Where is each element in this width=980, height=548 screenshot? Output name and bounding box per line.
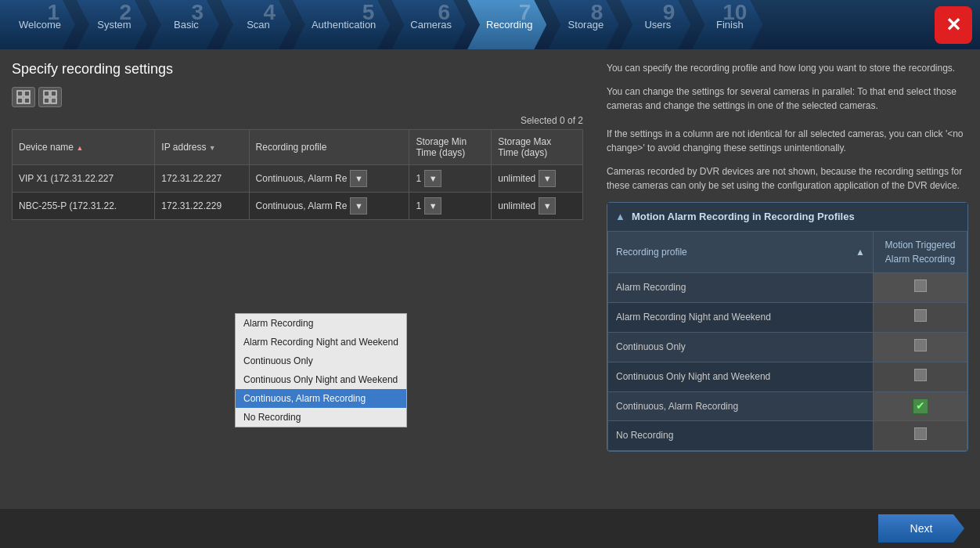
- svg-rect-4: [44, 91, 49, 96]
- motion-alarm-header[interactable]: ▲ Motion Alarm Recording in Recording Pr…: [607, 203, 967, 231]
- motion-col-triggered: Motion TriggeredAlarm Recording: [874, 231, 967, 272]
- nav-item-system[interactable]: 2 System: [77, 0, 147, 49]
- motion-profile-continuous-alarm: Continuous, Alarm Recording: [608, 391, 874, 420]
- next-button[interactable]: Next: [878, 514, 964, 543]
- motion-col-profile[interactable]: Recording profile ▲: [608, 231, 874, 272]
- col-recording-profile[interactable]: Recording profile: [249, 130, 409, 165]
- cell-storage-max: unlimited ▼: [492, 193, 583, 220]
- help-para2: You can change the settings for several …: [607, 85, 968, 155]
- col-storage-min[interactable]: Storage MinTime (days): [409, 130, 492, 165]
- select-all-button[interactable]: [12, 87, 35, 107]
- motion-profile-continuous: Continuous Only: [608, 332, 874, 362]
- selected-count: Selected 0 of 2: [12, 115, 583, 126]
- table-wrapper: Device name IP address Recording profile…: [12, 129, 583, 497]
- page-title: Specify recording settings: [12, 61, 583, 78]
- svg-rect-7: [51, 98, 56, 103]
- dropdown-item-alarm-recording[interactable]: Alarm Recording: [236, 314, 406, 333]
- help-para3: Cameras recorded by DVR devices are not …: [607, 164, 968, 193]
- nav-item-finish[interactable]: 10 Finish: [692, 0, 762, 49]
- motion-profile-alarm: Alarm Recording: [608, 272, 874, 302]
- storage-min-btn-1[interactable]: ▼: [424, 170, 441, 187]
- motion-profile-no-recording: No Recording: [608, 420, 874, 450]
- checkbox-unchecked: [914, 369, 927, 381]
- list-item: Alarm Recording Night and Weekend: [608, 302, 967, 332]
- checkbox-unchecked: [914, 279, 927, 292]
- svg-rect-2: [17, 98, 23, 103]
- checkbox-checked: ✔: [913, 398, 928, 414]
- nav-item-cameras[interactable]: 6 Cameras: [391, 0, 466, 49]
- dropdown-item-continuous-only[interactable]: Continuous Only: [236, 352, 406, 370]
- cell-recording-profile: Continuous, Alarm Re ▼: [249, 193, 409, 220]
- sort-icon-device: [76, 142, 83, 153]
- list-item: Alarm Recording: [608, 272, 967, 302]
- motion-profile-continuous-night: Continuous Only Night and Weekend: [608, 362, 874, 391]
- help-para1: You can specify the recording profile an…: [607, 61, 968, 75]
- motion-check-no-recording: [874, 420, 967, 450]
- list-item: No Recording: [608, 420, 967, 450]
- motion-check-continuous-alarm[interactable]: ✔: [874, 391, 967, 420]
- svg-rect-0: [17, 91, 23, 96]
- recordings-table: Device name IP address Recording profile…: [12, 129, 583, 220]
- svg-rect-5: [51, 91, 56, 96]
- table-row: NBC-255-P (172.31.22. 172.31.22.229 Cont…: [13, 193, 583, 220]
- top-navigation: 1 Welcome 2 System 3 Basic 4 Scan 5 Auth…: [0, 0, 980, 49]
- recording-profile-dropdown: Alarm Recording Alarm Recording Night an…: [235, 313, 407, 427]
- col-device-name[interactable]: Device name: [13, 130, 155, 165]
- list-item: Continuous Only Night and Weekend: [608, 362, 967, 391]
- close-button[interactable]: ✕: [935, 6, 972, 44]
- motion-check-alarm[interactable]: [874, 272, 967, 302]
- sort-icon-ip: [209, 142, 216, 153]
- nav-item-scan[interactable]: 4 Scan: [221, 0, 291, 49]
- left-panel: Specify recording settings Selec: [0, 49, 595, 509]
- motion-alarm-table: Recording profile ▲ Motion TriggeredAlar…: [607, 231, 967, 451]
- list-item: Continuous Only: [608, 332, 967, 362]
- collapse-icon: ▲: [615, 209, 625, 225]
- list-item: Continuous, Alarm Recording ✔: [608, 391, 967, 420]
- motion-alarm-section: ▲ Motion Alarm Recording in Recording Pr…: [607, 202, 968, 452]
- checkbox-unchecked: [914, 339, 927, 352]
- deselect-all-icon: [43, 90, 57, 104]
- cell-device-name: VIP X1 (172.31.22.227: [13, 165, 155, 193]
- nav-item-basic[interactable]: 3 Basic: [149, 0, 219, 49]
- motion-profile-alarm-night: Alarm Recording Night and Weekend: [608, 302, 874, 332]
- col-ip-address[interactable]: IP address: [155, 130, 249, 165]
- nav-item-welcome[interactable]: 1 Welcome: [0, 0, 75, 49]
- cell-storage-min: 1 ▼: [409, 165, 492, 193]
- motion-check-continuous: [874, 332, 967, 362]
- dropdown-item-alarm-night[interactable]: Alarm Recording Night and Weekend: [236, 333, 406, 352]
- svg-rect-3: [24, 98, 30, 103]
- cell-recording-profile: Continuous, Alarm Re ▼: [249, 165, 409, 193]
- dropdown-item-continuous-alarm[interactable]: Continuous, Alarm Recording: [236, 389, 406, 408]
- motion-check-continuous-night: [874, 362, 967, 391]
- sort-icon-profile: ▲: [856, 245, 865, 259]
- dropdown-item-continuous-night[interactable]: Continuous Only Night and Weekend: [236, 370, 406, 389]
- motion-check-alarm-night[interactable]: [874, 302, 967, 332]
- cell-storage-max: unlimited ▼: [492, 165, 583, 193]
- storage-max-btn-1[interactable]: ▼: [539, 170, 556, 187]
- svg-rect-1: [24, 91, 30, 96]
- table-row: VIP X1 (172.31.22.227 172.31.22.227 Cont…: [13, 165, 583, 193]
- profile-dropdown-btn-2[interactable]: ▼: [350, 197, 367, 215]
- cell-storage-min: 1 ▼: [409, 193, 492, 220]
- deselect-all-button[interactable]: [38, 87, 62, 107]
- nav-item-storage[interactable]: 8 Storage: [548, 0, 618, 49]
- col-storage-max[interactable]: Storage MaxTime (days): [492, 130, 583, 165]
- bottom-bar: Next: [0, 509, 980, 548]
- nav-item-users[interactable]: 9 Users: [620, 0, 690, 49]
- svg-rect-6: [44, 98, 49, 103]
- cell-device-name: NBC-255-P (172.31.22.: [13, 193, 155, 220]
- right-panel: You can specify the recording profile an…: [595, 49, 980, 509]
- dropdown-item-no-recording[interactable]: No Recording: [236, 408, 406, 427]
- nav-item-recording[interactable]: 7 Recording: [467, 0, 546, 49]
- cell-ip-address: 172.31.22.227: [155, 165, 249, 193]
- main-content: Specify recording settings Selec: [0, 49, 980, 509]
- profile-dropdown-btn-1[interactable]: ▼: [350, 170, 367, 187]
- select-all-icon: [16, 90, 31, 104]
- checkbox-unchecked: [914, 427, 927, 440]
- nav-item-authentication[interactable]: 5 Authentication: [293, 0, 390, 49]
- toolbar: [12, 87, 583, 107]
- cell-ip-address: 172.31.22.229: [155, 193, 249, 220]
- checkbox-unchecked: [914, 309, 927, 322]
- storage-max-btn-2[interactable]: ▼: [539, 197, 556, 215]
- storage-min-btn-2[interactable]: ▼: [424, 197, 441, 215]
